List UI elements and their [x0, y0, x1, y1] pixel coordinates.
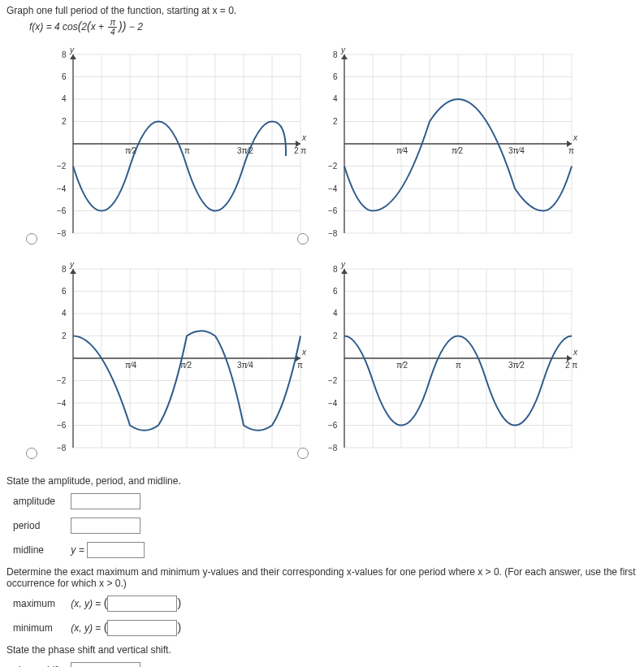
y-axis-label: y — [69, 46, 75, 54]
minimum-input[interactable] — [107, 620, 177, 636]
phase-shift-input[interactable] — [71, 662, 140, 667]
graph-option-a[interactable]: y x 8642 −2−4−6−8 π⁄2π3π⁄22 π — [41, 46, 309, 249]
graph-option-d[interactable]: y x 8642−2−4−6−8 π⁄2π3π⁄22 π — [312, 261, 580, 464]
maximum-row: maximum (x, y) = () — [13, 596, 638, 612]
midline-row: midline y = — [13, 542, 638, 558]
svg-text:π: π — [568, 146, 574, 155]
svg-text:π⁄4: π⁄4 — [125, 361, 137, 370]
amplitude-input[interactable] — [71, 493, 140, 509]
radio-a-icon[interactable] — [26, 233, 37, 245]
svg-text:−8: −8 — [57, 229, 67, 238]
svg-text:−6: −6 — [328, 421, 338, 430]
svg-text:−4: −4 — [57, 184, 67, 193]
svg-text:−2: −2 — [57, 376, 67, 385]
amplitude-label: amplitude — [13, 496, 68, 507]
svg-text:−6: −6 — [328, 206, 338, 215]
svg-text:4: 4 — [62, 94, 67, 103]
minimum-row: minimum (x, y) = () — [13, 620, 638, 636]
svg-marker-55 — [341, 54, 348, 59]
maximum-input[interactable] — [107, 596, 177, 612]
svg-text:π⁄2: π⁄2 — [452, 146, 464, 155]
svg-marker-127 — [341, 269, 348, 274]
svg-marker-21 — [70, 54, 76, 59]
svg-text:−2: −2 — [57, 162, 67, 171]
svg-text:4: 4 — [62, 309, 67, 318]
svg-text:−8: −8 — [328, 444, 338, 453]
svg-text:6: 6 — [62, 287, 67, 296]
svg-text:π: π — [297, 361, 303, 370]
section-shifts: State the phase shift and vertical shift… — [6, 644, 638, 656]
svg-text:x: x — [573, 133, 578, 142]
svg-text:−4: −4 — [328, 399, 338, 408]
svg-text:−8: −8 — [328, 229, 338, 238]
maximum-label: maximum — [13, 598, 68, 609]
svg-text:3π⁄4: 3π⁄4 — [237, 361, 253, 370]
svg-text:π⁄2: π⁄2 — [396, 361, 408, 370]
radio-c-icon[interactable] — [26, 448, 37, 459]
svg-text:x: x — [573, 348, 578, 357]
midline-input[interactable] — [87, 542, 145, 558]
svg-text:3π⁄4: 3π⁄4 — [508, 146, 525, 155]
graph-options: y x 8642 −2−4−6−8 π⁄2π3π⁄22 π y x 8642−2… — [39, 41, 585, 470]
svg-text:−6: −6 — [57, 206, 67, 215]
svg-text:−2: −2 — [328, 162, 338, 171]
svg-text:2: 2 — [333, 331, 338, 340]
svg-text:−4: −4 — [57, 399, 67, 408]
svg-text:x: x — [301, 348, 307, 357]
midline-label: midline — [13, 544, 68, 556]
svg-text:8: 8 — [333, 50, 338, 59]
section-max-min: Determine the exact maximum and minimum … — [6, 566, 638, 589]
svg-text:8: 8 — [62, 265, 67, 274]
svg-text:y: y — [340, 261, 346, 269]
svg-text:6: 6 — [62, 72, 67, 81]
svg-marker-91 — [70, 269, 76, 274]
svg-text:2: 2 — [62, 331, 67, 340]
svg-text:8: 8 — [62, 50, 67, 59]
amplitude-row: amplitude — [13, 493, 638, 509]
period-label: period — [13, 520, 68, 531]
x-ticks: π⁄2π3π⁄22 π — [125, 146, 306, 155]
svg-text:2: 2 — [333, 117, 338, 126]
svg-text:−6: −6 — [57, 421, 67, 430]
svg-text:6: 6 — [333, 72, 338, 81]
svg-text:−4: −4 — [328, 184, 338, 193]
svg-text:y: y — [340, 46, 346, 54]
period-row: period — [13, 518, 638, 534]
svg-text:4: 4 — [333, 94, 338, 103]
svg-text:y: y — [69, 261, 75, 269]
svg-text:4: 4 — [333, 309, 338, 318]
svg-text:−8: −8 — [57, 444, 67, 453]
graph-option-b[interactable]: y x 8642−2−4−6−8 π⁄4π⁄23π⁄4π — [312, 46, 580, 249]
y-ticks: 8642 −2−4−6−8 — [57, 50, 67, 238]
radio-d-icon[interactable] — [297, 448, 309, 459]
function-formula: f(x) = 4 cos(2(x + π4)) − 2 — [29, 18, 638, 37]
graph-option-c[interactable]: y x 8642−2−4−6−8 π⁄4π⁄23π⁄4π — [41, 261, 309, 464]
svg-text:2 π: 2 π — [565, 361, 577, 370]
minimum-label: minimum — [13, 622, 68, 634]
midline-prefix: y = — [71, 544, 84, 556]
svg-text:−2: −2 — [328, 376, 338, 385]
svg-text:π⁄4: π⁄4 — [396, 146, 408, 155]
section-amp-per-mid: State the amplitude, period, and midline… — [6, 475, 638, 487]
xy-prefix-max: (x, y) = — [71, 598, 103, 609]
svg-text:π⁄2: π⁄2 — [180, 361, 192, 370]
svg-text:2 π: 2 π — [294, 146, 306, 155]
x-axis-label: x — [301, 133, 307, 142]
svg-text:6: 6 — [333, 287, 338, 296]
question-text: Graph one full period of the function, s… — [6, 5, 638, 16]
svg-text:8: 8 — [333, 265, 338, 274]
svg-text:π: π — [184, 146, 190, 155]
svg-text:2: 2 — [62, 117, 67, 126]
svg-text:π: π — [456, 361, 461, 370]
svg-text:3π⁄2: 3π⁄2 — [508, 361, 525, 370]
xy-prefix-min: (x, y) = — [71, 622, 103, 634]
radio-b-icon[interactable] — [297, 233, 309, 245]
period-input[interactable] — [71, 518, 140, 534]
phase-shift-row: phase shift — [13, 662, 638, 667]
